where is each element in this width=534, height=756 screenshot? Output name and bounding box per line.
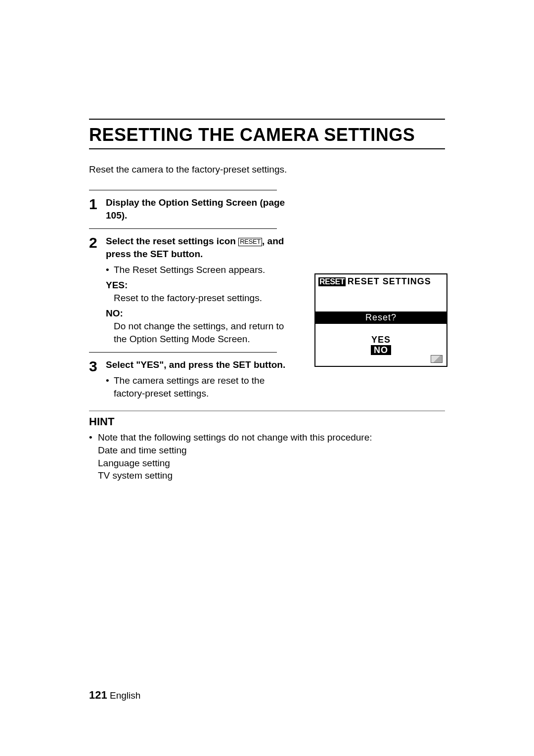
no-label: NO: xyxy=(106,307,287,320)
camera-screen: RESET RESET SETTINGS Reset? YES NO xyxy=(314,273,447,367)
screen-header: RESET RESET SETTINGS xyxy=(315,274,446,289)
bullet-mark: • xyxy=(89,431,98,444)
reset-icon: RESET xyxy=(238,238,262,246)
screen-no: NO xyxy=(371,345,391,356)
intro-text: Reset the camera to the factory-preset s… xyxy=(89,164,445,175)
hint-body: • Note that the following settings do no… xyxy=(89,431,445,482)
title-top-rule xyxy=(89,119,445,120)
yes-label: YES: xyxy=(106,279,287,292)
page-title: RESETTING THE CAMERA SETTINGS xyxy=(89,125,445,145)
page-language: English xyxy=(110,690,140,701)
screen-header-title: RESET SETTINGS xyxy=(348,276,431,287)
step-2: 2 Select the reset settings icon RESET, … xyxy=(89,235,287,345)
step-1: 1 Display the Option Setting Screen (pag… xyxy=(89,196,287,222)
step-number: 1 xyxy=(89,196,106,212)
step-separator xyxy=(89,190,277,190)
hint-note: Note that the following settings do not … xyxy=(98,431,372,444)
screen-yes: YES xyxy=(315,335,446,345)
hint-item-1: Date and time setting xyxy=(98,444,445,457)
step2-bullet-text: The Reset Settings Screen appears. xyxy=(114,264,265,276)
manual-page: RESETTING THE CAMERA SETTINGS Reset the … xyxy=(0,0,534,756)
step-number: 3 xyxy=(89,358,106,374)
screen-question: Reset? xyxy=(315,311,446,324)
page-number: 121 xyxy=(89,689,107,701)
step2-headline-a: Select the reset settings icon xyxy=(106,236,238,246)
screen-illustration-wrap: RESET RESET SETTINGS Reset? YES NO xyxy=(314,273,447,367)
title-bottom-rule xyxy=(89,148,445,149)
screen-options: YES NO xyxy=(315,335,446,355)
bullet-mark: • xyxy=(106,374,114,400)
hint-item-3: TV system setting xyxy=(98,469,445,482)
step-number: 2 xyxy=(89,235,106,251)
screen-header-icon: RESET xyxy=(318,277,346,286)
hint-separator xyxy=(89,410,445,411)
page-footer: 121 English xyxy=(89,689,140,702)
sd-card-icon xyxy=(431,355,443,363)
hint-item-2: Language setting xyxy=(98,457,445,470)
step3-headline: Select "YES", and press the SET button. xyxy=(106,359,285,370)
step-separator xyxy=(89,228,277,229)
step1-line1: Display the Option Setting Screen xyxy=(106,197,257,208)
step2-bullet: • The Reset Settings Screen appears. xyxy=(106,264,287,276)
no-text: Do not change the settings, and return t… xyxy=(114,320,287,345)
yes-text: Reset to the factory-preset settings. xyxy=(114,292,287,305)
step3-bullet-text: The camera settings are reset to the fac… xyxy=(114,374,287,400)
step-separator xyxy=(89,352,277,353)
bullet-mark: • xyxy=(106,264,114,276)
hint-title: HINT xyxy=(89,415,445,428)
step3-bullet: • The camera settings are reset to the f… xyxy=(106,374,287,400)
step-3: 3 Select "YES", and press the SET button… xyxy=(89,358,287,400)
